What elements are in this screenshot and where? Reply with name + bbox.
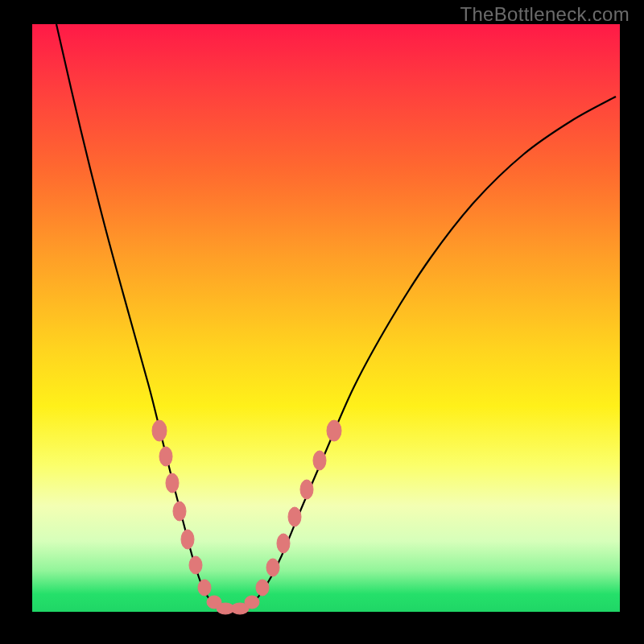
chart-canvas: TheBottleneck.com (0, 0, 644, 644)
curve-bead (152, 420, 167, 441)
watermark-text: TheBottleneck.com (460, 3, 630, 26)
curve-bead (166, 473, 179, 493)
plot-area (32, 24, 620, 612)
curve-bead (313, 451, 326, 470)
curve-bead (181, 530, 194, 549)
curve-bead (256, 580, 269, 596)
curve-bead (198, 580, 211, 596)
curve-bead (189, 556, 202, 574)
curve-bead (159, 447, 172, 466)
curve-bead (173, 502, 186, 521)
curve-bead (327, 420, 341, 441)
curve-bead (266, 559, 279, 576)
curve-bead (245, 596, 259, 609)
bead-group (152, 420, 341, 614)
curve-bead (277, 534, 290, 553)
curve-bead (300, 480, 313, 499)
chart-svg (32, 24, 620, 612)
bottleneck-curve (56, 24, 616, 610)
curve-bead (288, 507, 301, 526)
